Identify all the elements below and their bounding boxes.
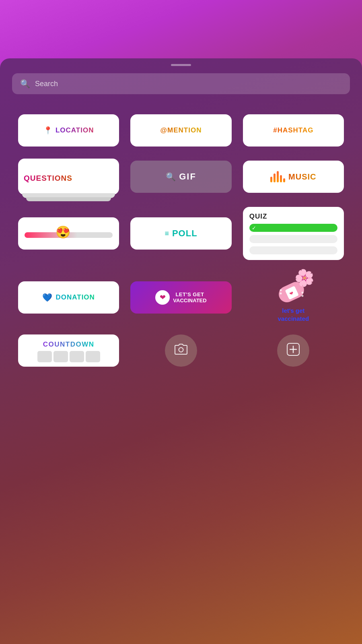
location-sticker[interactable]: 📍 LOCATION xyxy=(18,114,119,147)
quiz-check-icon: ✓ xyxy=(252,225,256,231)
quiz-sticker-item: QUIZ ✓ xyxy=(243,207,344,260)
emoji-slider-sticker-item: 😍 xyxy=(18,207,119,260)
quiz-sticker[interactable]: QUIZ ✓ xyxy=(243,207,344,260)
svg-point-3 xyxy=(280,289,282,291)
donation-sticker-item: 💙 DONATION xyxy=(18,272,119,322)
donation-label: DONATION xyxy=(56,293,95,301)
slider-emoji: 😍 xyxy=(56,225,70,239)
search-placeholder: Search xyxy=(35,80,58,88)
countdown-label: COUNTDOWN xyxy=(43,341,95,349)
donation-sticker[interactable]: 💙 DONATION xyxy=(18,281,119,314)
countdown-box-1 xyxy=(37,351,52,362)
location-label: LOCATION xyxy=(56,126,94,134)
donation-heart-icon: 💙 xyxy=(42,293,52,302)
countdown-box-3 xyxy=(70,351,84,362)
countdown-boxes xyxy=(37,351,100,362)
add-button[interactable] xyxy=(277,334,309,367)
vacc-bottom-label: VACCINATED xyxy=(173,297,206,303)
add-icon-item xyxy=(243,334,344,367)
gif-label: GIF xyxy=(179,171,196,182)
countdown-sticker[interactable]: COUNTDOWN xyxy=(18,334,119,367)
questions-shadow2 xyxy=(26,197,111,201)
mention-sticker[interactable]: @MENTION xyxy=(130,114,231,147)
vacc-text-wrap: LET'S GET VACCINATED xyxy=(173,291,206,303)
search-icon: 🔍 xyxy=(20,79,30,89)
countdown-box-4 xyxy=(86,351,100,362)
svg-point-4 xyxy=(280,293,282,295)
vacc-illus-text: let's get vaccinated xyxy=(278,307,309,322)
mention-sticker-item: @MENTION xyxy=(130,114,231,147)
quiz-answer-bar-2 xyxy=(249,246,337,254)
vacc-top-label: LET'S GET xyxy=(173,291,206,297)
hashtag-label: #HASHTAG xyxy=(273,126,313,134)
poll-label: POLL xyxy=(172,228,197,239)
vaccinated-illus-item: 🌸 ❤ xyxy=(243,272,344,322)
vacc-line2: vaccinated xyxy=(278,315,309,322)
poll-sticker[interactable]: ≡ POLL xyxy=(130,217,231,250)
sticker-sheet: 🔍 Search 📍 LOCATION @MENTION #HASHTAG xyxy=(0,58,362,644)
camera-icon-item xyxy=(130,334,231,367)
svg-point-5 xyxy=(301,292,303,294)
poll-icon: ≡ xyxy=(165,229,169,238)
music-bar-4 xyxy=(280,175,282,182)
vaccinated-illus[interactable]: 🌸 ❤ xyxy=(274,272,313,322)
hashtag-sticker-item: #HASHTAG xyxy=(243,114,344,147)
svg-point-6 xyxy=(301,295,303,297)
questions-sticker-item: QUESTIONS xyxy=(18,159,119,195)
gif-search-icon: 🔍 xyxy=(166,172,176,182)
music-bar-2 xyxy=(274,173,276,182)
location-pin-icon: 📍 xyxy=(43,126,52,135)
countdown-box-2 xyxy=(53,351,68,362)
quiz-label: QUIZ xyxy=(249,213,267,221)
music-bar-3 xyxy=(277,171,279,182)
music-sticker-item: MUSIC xyxy=(243,159,344,195)
camera-icon xyxy=(174,344,188,358)
hashtag-sticker[interactable]: #HASHTAG xyxy=(243,114,344,147)
poll-sticker-item: ≡ POLL xyxy=(130,207,231,260)
vacc-inner: ❤ LET'S GET VACCINATED xyxy=(155,290,206,305)
mention-label: @MENTION xyxy=(160,126,202,134)
countdown-sticker-item: COUNTDOWN xyxy=(18,334,119,367)
bandage-sticker-wrap: 🌸 ❤ xyxy=(274,272,313,308)
stickers-grid: 📍 LOCATION @MENTION #HASHTAG QUESTIONS xyxy=(0,106,362,375)
music-bar-5 xyxy=(283,178,285,182)
questions-sticker[interactable]: QUESTIONS xyxy=(18,159,119,195)
add-icon xyxy=(287,343,300,359)
vacc-heart-icon: ❤ xyxy=(160,293,166,302)
vacc-heart-wrap: ❤ xyxy=(155,290,170,305)
music-bars-icon xyxy=(270,171,285,182)
music-label: MUSIC xyxy=(288,172,316,182)
music-sticker[interactable]: MUSIC xyxy=(243,161,344,193)
search-bar[interactable]: 🔍 Search xyxy=(12,73,350,94)
vaccinated-sticker[interactable]: ❤ LET'S GET VACCINATED xyxy=(130,281,231,314)
quiz-answer-bar-1 xyxy=(249,235,337,243)
gif-sticker[interactable]: 🔍 GIF xyxy=(130,161,231,193)
gif-sticker-item: 🔍 GIF xyxy=(130,159,231,195)
questions-label: QUESTIONS xyxy=(24,174,72,183)
vaccinated-card-item: ❤ LET'S GET VACCINATED xyxy=(130,272,231,322)
camera-button[interactable] xyxy=(165,334,197,367)
location-sticker-item: 📍 LOCATION xyxy=(18,114,119,147)
svg-point-7 xyxy=(179,347,183,352)
quiz-correct-answer: ✓ xyxy=(249,224,337,232)
music-bar-1 xyxy=(270,177,272,182)
drag-handle[interactable] xyxy=(171,64,191,66)
slider-wrapper: 😍 xyxy=(25,231,113,239)
emoji-slider-sticker[interactable]: 😍 xyxy=(18,217,119,250)
